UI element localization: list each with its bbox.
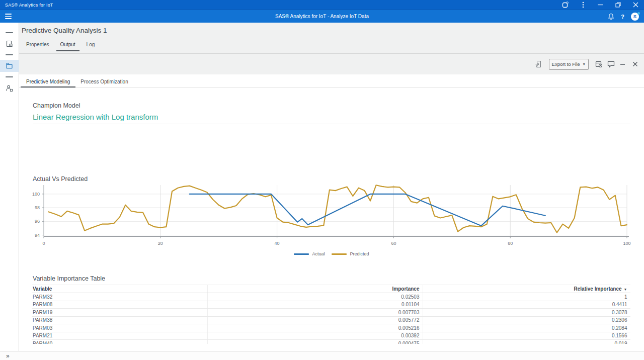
minimize-icon[interactable] bbox=[597, 2, 604, 8]
sort-desc-icon: ▼ bbox=[624, 288, 627, 291]
cell-importance: 0.00392 bbox=[207, 332, 423, 340]
legend-label: Predicted bbox=[350, 251, 369, 256]
table-row[interactable]: PARM210.003920.1566 bbox=[32, 332, 630, 340]
app-bar: SAS® Analytics for IoT - Analyze IoT Dat… bbox=[0, 10, 644, 23]
actual-vs-predicted-chart: 949698100020406080100 bbox=[19, 183, 644, 252]
svg-text:100: 100 bbox=[623, 241, 630, 246]
legend-item-predicted: Predicted bbox=[332, 251, 369, 256]
cell-importance: 0.000475 bbox=[207, 340, 423, 344]
predicted-line bbox=[48, 185, 627, 233]
tab-output[interactable]: Output bbox=[56, 42, 79, 51]
cell-relative-importance: 0.2084 bbox=[423, 324, 630, 332]
cell-variable: PARM08 bbox=[32, 301, 207, 309]
legend-item-actual: Actual bbox=[294, 251, 325, 256]
cell-relative-importance: 1 bbox=[423, 293, 630, 301]
close-panel-icon[interactable] bbox=[631, 60, 639, 68]
comment-icon[interactable] bbox=[607, 60, 615, 68]
column-header-importance[interactable]: Importance bbox=[207, 285, 423, 293]
cell-relative-importance: 0.4411 bbox=[423, 301, 630, 309]
cell-variable: PARM19 bbox=[32, 309, 207, 317]
page-title: Predictive Quality Analysis 1 bbox=[22, 27, 644, 34]
caret-down-icon: ▼ bbox=[583, 62, 586, 66]
app-bar-title: SAS® Analytics for IoT - Analyze IoT Dat… bbox=[0, 14, 644, 19]
sidebar-divider bbox=[6, 54, 13, 55]
cell-variable: PARM40 bbox=[32, 340, 207, 344]
sidebar-item-users[interactable] bbox=[0, 82, 19, 94]
help-icon[interactable]: ? bbox=[621, 14, 624, 20]
variable-importance-table: VariableImportanceRelative Importance▼ P… bbox=[32, 285, 630, 344]
svg-text:80: 80 bbox=[508, 241, 513, 246]
output-panel-tabs: Predictive ModelingProcess Optimization bbox=[19, 74, 644, 88]
sidebar-divider bbox=[6, 32, 13, 33]
champion-model-value: Linear Regression with Log transform bbox=[33, 113, 158, 121]
table-header: VariableImportanceRelative Importance▼ bbox=[32, 285, 630, 293]
cell-importance: 0.007703 bbox=[207, 309, 423, 317]
sidebar-item-analysis[interactable] bbox=[0, 60, 19, 72]
svg-text:40: 40 bbox=[275, 241, 280, 246]
app-badge-icon[interactable] bbox=[562, 2, 569, 8]
table-row[interactable]: PARM030.0052160.2084 bbox=[32, 324, 630, 332]
table-row[interactable]: PARM320.025031 bbox=[32, 293, 630, 301]
tab-properties[interactable]: Properties bbox=[22, 42, 53, 51]
sidebar-item-report[interactable] bbox=[0, 38, 19, 50]
menu-dots-icon[interactable] bbox=[580, 2, 586, 8]
cell-importance: 0.005216 bbox=[207, 324, 423, 332]
window-titlebar: SAS® Analytics for IoT bbox=[0, 0, 644, 10]
legend-swatch bbox=[332, 253, 347, 255]
svg-text:96: 96 bbox=[35, 219, 40, 224]
tab-log[interactable]: Log bbox=[83, 42, 99, 51]
table-row[interactable]: PARM380.0057720.2306 bbox=[32, 316, 630, 324]
chart-y-labels: 949698100 bbox=[32, 192, 40, 238]
champion-model-label: Champion Model bbox=[33, 102, 80, 109]
divider bbox=[33, 124, 630, 124]
tab-predictive-modeling[interactable]: Predictive Modeling bbox=[21, 74, 75, 87]
open-output-icon[interactable] bbox=[535, 60, 543, 68]
notifications-bell-icon[interactable] bbox=[608, 13, 614, 20]
svg-text:94: 94 bbox=[35, 233, 40, 238]
schedule-icon[interactable] bbox=[595, 60, 603, 68]
table-title: Variable Importance Table bbox=[33, 275, 105, 282]
cell-relative-importance: 0.3078 bbox=[423, 309, 630, 317]
user-avatar[interactable]: S bbox=[631, 13, 639, 21]
chart-x-labels: 020406080100 bbox=[42, 241, 630, 246]
legend-label: Actual bbox=[312, 251, 325, 256]
avatar-status-dot bbox=[637, 12, 640, 15]
table-row[interactable]: PARM190.0077030.3078 bbox=[32, 309, 630, 317]
column-header-relative-importance[interactable]: Relative Importance▼ bbox=[423, 285, 630, 293]
restore-icon[interactable] bbox=[615, 2, 621, 8]
page-tabs: PropertiesOutputLog bbox=[20, 42, 644, 51]
export-label: Export to File bbox=[552, 61, 580, 67]
cell-importance: 0.02503 bbox=[207, 293, 423, 301]
avatar-initial: S bbox=[633, 14, 636, 19]
table-row[interactable]: PARM080.011040.4411 bbox=[32, 301, 630, 309]
svg-text:100: 100 bbox=[32, 192, 40, 197]
window-title: SAS® Analytics for IoT bbox=[5, 3, 53, 8]
tab-process-optimization[interactable]: Process Optimization bbox=[75, 74, 133, 87]
svg-text:20: 20 bbox=[158, 241, 163, 246]
svg-text:60: 60 bbox=[391, 241, 396, 246]
svg-text:0: 0 bbox=[42, 241, 45, 246]
cell-relative-importance: 0.019 bbox=[423, 340, 630, 344]
output-panel: Predictive ModelingProcess Optimization … bbox=[19, 74, 644, 351]
left-sidebar bbox=[0, 23, 19, 351]
table-row[interactable]: PARM400.0004750.019 bbox=[32, 340, 630, 344]
sidebar-divider bbox=[6, 76, 13, 77]
expand-sidebar-icon[interactable]: » bbox=[6, 352, 10, 359]
legend-swatch bbox=[294, 253, 309, 255]
cell-relative-importance: 0.2306 bbox=[423, 316, 630, 324]
export-to-file-button[interactable]: Export to File ▼ bbox=[549, 59, 589, 70]
chart-title: Actual Vs Predicted bbox=[33, 175, 88, 183]
status-bar: » bbox=[0, 351, 644, 360]
column-header-variable[interactable]: Variable bbox=[32, 285, 207, 293]
table-body: PARM320.025031PARM080.011040.4411PARM190… bbox=[32, 293, 630, 344]
cell-variable: PARM03 bbox=[32, 324, 207, 332]
cell-relative-importance: 0.1566 bbox=[423, 332, 630, 340]
app-window: SAS® Analytics for IoT SAS® Analytics fo… bbox=[0, 0, 644, 360]
cell-importance: 0.005772 bbox=[207, 316, 423, 324]
chart-legend: ActualPredicted bbox=[19, 251, 644, 256]
minimize-panel-icon[interactable] bbox=[619, 60, 627, 68]
close-icon[interactable] bbox=[632, 2, 639, 8]
cell-variable: PARM32 bbox=[32, 293, 207, 301]
cell-importance: 0.01104 bbox=[207, 301, 423, 309]
page-header: Predictive Quality Analysis 1 Properties… bbox=[19, 23, 644, 54]
